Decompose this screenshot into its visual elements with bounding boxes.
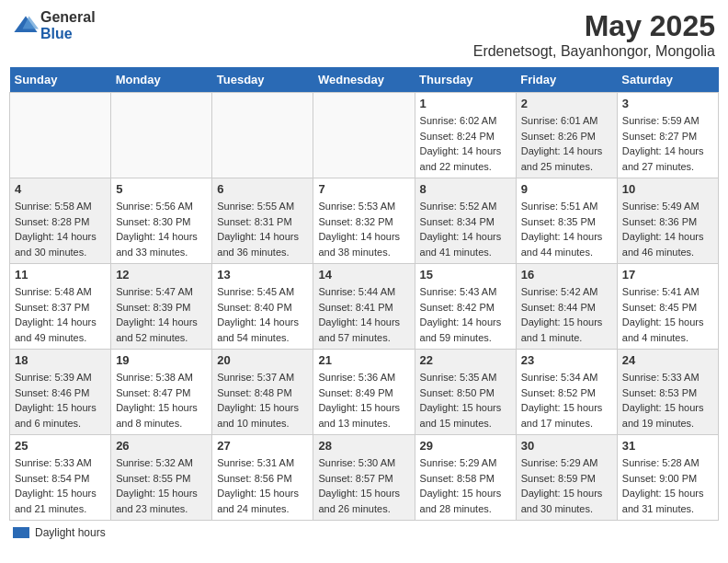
day-number: 22 xyxy=(420,353,511,367)
day-number: 11 xyxy=(15,268,106,282)
day-number: 13 xyxy=(217,268,308,282)
day-number: 5 xyxy=(116,182,207,196)
calendar-cell xyxy=(212,93,313,178)
day-info: Sunrise: 5:29 AM Sunset: 8:58 PM Dayligh… xyxy=(420,455,511,516)
day-number: 18 xyxy=(15,353,106,367)
calendar-cell: 22Sunrise: 5:35 AM Sunset: 8:50 PM Dayli… xyxy=(415,350,516,435)
page-header: General Blue May 2025 Erdenetsogt, Bayan… xyxy=(9,9,719,60)
logo-text: General Blue xyxy=(40,9,96,41)
calendar-table: SundayMondayTuesdayWednesdayThursdayFrid… xyxy=(9,67,719,521)
calendar-header-friday: Friday xyxy=(516,67,617,93)
calendar-cell: 8Sunrise: 5:52 AM Sunset: 8:34 PM Daylig… xyxy=(415,178,516,264)
day-info: Sunrise: 5:43 AM Sunset: 8:42 PM Dayligh… xyxy=(420,284,511,345)
day-number: 10 xyxy=(622,182,713,196)
calendar-cell: 17Sunrise: 5:41 AM Sunset: 8:45 PM Dayli… xyxy=(617,264,718,350)
day-info: Sunrise: 5:53 AM Sunset: 8:32 PM Dayligh… xyxy=(318,199,409,259)
title-area: May 2025 Erdenetsogt, Bayanhongor, Mongo… xyxy=(473,9,715,60)
day-info: Sunrise: 5:28 AM Sunset: 9:00 PM Dayligh… xyxy=(622,455,713,516)
day-number: 6 xyxy=(217,182,308,196)
day-number: 4 xyxy=(15,182,106,196)
day-info: Sunrise: 5:55 AM Sunset: 8:31 PM Dayligh… xyxy=(217,199,308,259)
day-number: 23 xyxy=(521,353,612,367)
day-info: Sunrise: 5:47 AM Sunset: 8:39 PM Dayligh… xyxy=(116,284,207,345)
calendar-cell: 20Sunrise: 5:37 AM Sunset: 8:48 PM Dayli… xyxy=(212,350,313,435)
calendar-cell: 3Sunrise: 5:59 AM Sunset: 8:27 PM Daylig… xyxy=(617,93,718,178)
day-info: Sunrise: 5:30 AM Sunset: 8:57 PM Dayligh… xyxy=(318,455,409,516)
day-number: 29 xyxy=(420,439,511,453)
calendar-header-tuesday: Tuesday xyxy=(212,67,313,93)
day-number: 27 xyxy=(217,439,308,453)
day-number: 26 xyxy=(116,439,207,453)
logo-general: General xyxy=(40,9,96,26)
daylight-legend-color xyxy=(13,527,29,538)
day-info: Sunrise: 5:31 AM Sunset: 8:56 PM Dayligh… xyxy=(217,455,308,516)
calendar-week-4: 18Sunrise: 5:39 AM Sunset: 8:46 PM Dayli… xyxy=(10,350,719,435)
calendar-cell: 27Sunrise: 5:31 AM Sunset: 8:56 PM Dayli… xyxy=(212,435,313,521)
day-info: Sunrise: 5:52 AM Sunset: 8:34 PM Dayligh… xyxy=(420,199,511,259)
day-info: Sunrise: 5:37 AM Sunset: 8:48 PM Dayligh… xyxy=(217,370,308,431)
day-info: Sunrise: 5:41 AM Sunset: 8:45 PM Dayligh… xyxy=(622,284,713,345)
calendar-cell: 2Sunrise: 6:01 AM Sunset: 8:26 PM Daylig… xyxy=(516,93,617,178)
calendar-cell: 1Sunrise: 6:02 AM Sunset: 8:24 PM Daylig… xyxy=(415,93,516,178)
day-number: 7 xyxy=(318,182,409,196)
calendar-cell: 12Sunrise: 5:47 AM Sunset: 8:39 PM Dayli… xyxy=(111,264,212,350)
calendar-cell: 25Sunrise: 5:33 AM Sunset: 8:54 PM Dayli… xyxy=(10,435,111,521)
day-info: Sunrise: 5:32 AM Sunset: 8:55 PM Dayligh… xyxy=(116,455,207,516)
day-info: Sunrise: 5:42 AM Sunset: 8:44 PM Dayligh… xyxy=(521,284,612,345)
calendar-header-saturday: Saturday xyxy=(617,67,718,93)
calendar-cell: 24Sunrise: 5:33 AM Sunset: 8:53 PM Dayli… xyxy=(617,350,718,435)
calendar-cell: 21Sunrise: 5:36 AM Sunset: 8:49 PM Dayli… xyxy=(313,350,415,435)
day-info: Sunrise: 5:33 AM Sunset: 8:54 PM Dayligh… xyxy=(15,455,106,516)
day-info: Sunrise: 5:49 AM Sunset: 8:36 PM Dayligh… xyxy=(622,199,713,259)
day-info: Sunrise: 5:51 AM Sunset: 8:35 PM Dayligh… xyxy=(521,199,612,259)
calendar-cell: 5Sunrise: 5:56 AM Sunset: 8:30 PM Daylig… xyxy=(111,178,212,264)
day-info: Sunrise: 5:44 AM Sunset: 8:41 PM Dayligh… xyxy=(318,284,409,345)
day-number: 12 xyxy=(116,268,207,282)
day-info: Sunrise: 6:01 AM Sunset: 8:26 PM Dayligh… xyxy=(521,113,612,174)
day-info: Sunrise: 5:29 AM Sunset: 8:59 PM Dayligh… xyxy=(521,455,612,516)
calendar-cell: 30Sunrise: 5:29 AM Sunset: 8:59 PM Dayli… xyxy=(516,435,617,521)
day-number: 16 xyxy=(521,268,612,282)
calendar-week-1: 1Sunrise: 6:02 AM Sunset: 8:24 PM Daylig… xyxy=(10,93,719,178)
calendar-cell xyxy=(111,93,212,178)
calendar-cell xyxy=(313,93,415,178)
calendar-cell: 18Sunrise: 5:39 AM Sunset: 8:46 PM Dayli… xyxy=(10,350,111,435)
subtitle: Erdenetsogt, Bayanhongor, Mongolia xyxy=(473,43,715,60)
calendar-cell: 15Sunrise: 5:43 AM Sunset: 8:42 PM Dayli… xyxy=(415,264,516,350)
day-number: 14 xyxy=(318,268,409,282)
calendar-cell: 10Sunrise: 5:49 AM Sunset: 8:36 PM Dayli… xyxy=(617,178,718,264)
calendar-cell: 4Sunrise: 5:58 AM Sunset: 8:28 PM Daylig… xyxy=(10,178,111,264)
calendar-cell: 13Sunrise: 5:45 AM Sunset: 8:40 PM Dayli… xyxy=(212,264,313,350)
main-title: May 2025 xyxy=(473,9,715,43)
day-info: Sunrise: 5:35 AM Sunset: 8:50 PM Dayligh… xyxy=(420,370,511,431)
day-number: 15 xyxy=(420,268,511,282)
calendar-header-row: SundayMondayTuesdayWednesdayThursdayFrid… xyxy=(10,67,719,93)
day-number: 21 xyxy=(318,353,409,367)
day-number: 1 xyxy=(420,97,511,110)
logo-blue: Blue xyxy=(40,26,96,42)
day-number: 24 xyxy=(622,353,713,367)
day-info: Sunrise: 5:39 AM Sunset: 8:46 PM Dayligh… xyxy=(15,370,106,431)
calendar-cell: 23Sunrise: 5:34 AM Sunset: 8:52 PM Dayli… xyxy=(516,350,617,435)
calendar-cell: 11Sunrise: 5:48 AM Sunset: 8:37 PM Dayli… xyxy=(10,264,111,350)
calendar-header-wednesday: Wednesday xyxy=(313,67,415,93)
calendar-cell: 9Sunrise: 5:51 AM Sunset: 8:35 PM Daylig… xyxy=(516,178,617,264)
day-info: Sunrise: 5:34 AM Sunset: 8:52 PM Dayligh… xyxy=(521,370,612,431)
day-number: 9 xyxy=(521,182,612,196)
day-info: Sunrise: 5:33 AM Sunset: 8:53 PM Dayligh… xyxy=(622,370,713,431)
calendar-cell: 31Sunrise: 5:28 AM Sunset: 9:00 PM Dayli… xyxy=(617,435,718,521)
logo-icon xyxy=(13,13,39,39)
calendar-cell: 29Sunrise: 5:29 AM Sunset: 8:58 PM Dayli… xyxy=(415,435,516,521)
calendar-cell: 28Sunrise: 5:30 AM Sunset: 8:57 PM Dayli… xyxy=(313,435,415,521)
calendar-cell: 7Sunrise: 5:53 AM Sunset: 8:32 PM Daylig… xyxy=(313,178,415,264)
day-number: 19 xyxy=(116,353,207,367)
calendar-week-3: 11Sunrise: 5:48 AM Sunset: 8:37 PM Dayli… xyxy=(10,264,719,350)
calendar-cell: 26Sunrise: 5:32 AM Sunset: 8:55 PM Dayli… xyxy=(111,435,212,521)
day-info: Sunrise: 5:36 AM Sunset: 8:49 PM Dayligh… xyxy=(318,370,409,431)
day-info: Sunrise: 5:56 AM Sunset: 8:30 PM Dayligh… xyxy=(116,199,207,259)
day-number: 20 xyxy=(217,353,308,367)
calendar-week-5: 25Sunrise: 5:33 AM Sunset: 8:54 PM Dayli… xyxy=(10,435,719,521)
calendar-header-sunday: Sunday xyxy=(10,67,111,93)
day-info: Sunrise: 6:02 AM Sunset: 8:24 PM Dayligh… xyxy=(420,113,511,174)
calendar-header-thursday: Thursday xyxy=(415,67,516,93)
